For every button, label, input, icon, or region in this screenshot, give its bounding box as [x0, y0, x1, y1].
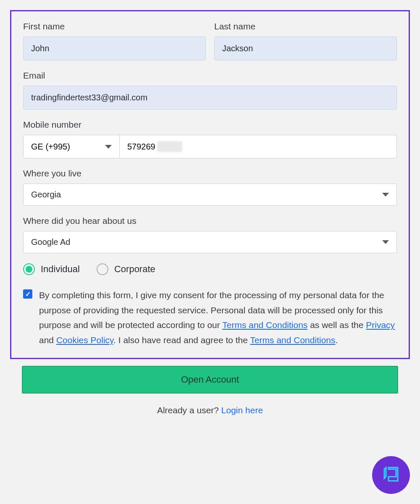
referral-select[interactable]: Google Ad — [23, 231, 397, 253]
check-icon: ✓ — [25, 290, 31, 298]
consent-text: By completing this form, I give my conse… — [39, 288, 397, 348]
individual-label: Individual — [41, 264, 80, 275]
logo-icon — [379, 463, 403, 487]
chevron-down-icon — [382, 240, 389, 244]
mobile-label: Mobile number — [23, 120, 397, 130]
email-label: Email — [23, 71, 397, 81]
country-select[interactable]: Georgia — [23, 184, 397, 206]
first-name-label: First name — [23, 21, 206, 32]
registration-form: First name Last name Email Mobile number… — [10, 10, 410, 359]
account-type-row: Individual Corporate — [23, 263, 397, 275]
cookies-link[interactable]: Cookies Policy — [56, 335, 113, 345]
login-link[interactable]: Login here — [221, 405, 263, 415]
country-value: Georgia — [31, 190, 61, 200]
last-name-input[interactable] — [214, 37, 397, 60]
referral-label: Where did you hear about us — [23, 216, 397, 226]
terms-link-1[interactable]: Terms and Conditions — [222, 320, 307, 330]
footer-text: Already a user? Login here — [10, 405, 410, 415]
consent-row: ✓ By completing this form, I give my con… — [23, 288, 397, 348]
terms-link-2[interactable]: Terms and Conditions — [250, 335, 335, 345]
corporate-radio[interactable]: Corporate — [97, 263, 155, 275]
mobile-group: Mobile number GE (+995) 579269 — [23, 120, 397, 158]
email-group: Email — [23, 71, 397, 110]
chevron-down-icon — [105, 145, 112, 149]
chevron-down-icon — [382, 193, 389, 197]
country-label: Where you live — [23, 168, 397, 178]
radio-circle-icon — [23, 263, 35, 275]
email-input[interactable] — [23, 86, 397, 110]
consent-checkbox[interactable]: ✓ — [23, 289, 32, 299]
last-name-group: Last name — [214, 21, 397, 60]
last-name-label: Last name — [214, 21, 397, 32]
logo-badge — [372, 456, 410, 494]
mobile-number-masked — [157, 141, 182, 152]
first-name-group: First name — [23, 21, 206, 60]
mobile-number-input[interactable]: 579269 — [120, 135, 397, 158]
referral-group: Where did you hear about us Google Ad — [23, 216, 397, 253]
privacy-link[interactable]: Privacy — [366, 320, 395, 330]
mobile-number-value: 579269 — [127, 142, 155, 152]
country-group: Where you live Georgia — [23, 168, 397, 206]
corporate-label: Corporate — [114, 264, 155, 275]
radio-circle-icon — [97, 263, 108, 275]
individual-radio[interactable]: Individual — [23, 263, 80, 275]
first-name-input[interactable] — [23, 37, 206, 60]
open-account-button[interactable]: Open Account — [22, 366, 398, 394]
country-code-select[interactable]: GE (+995) — [23, 135, 120, 158]
referral-value: Google Ad — [31, 237, 70, 247]
radio-dot-icon — [26, 266, 32, 273]
country-code-value: GE (+995) — [31, 142, 70, 152]
